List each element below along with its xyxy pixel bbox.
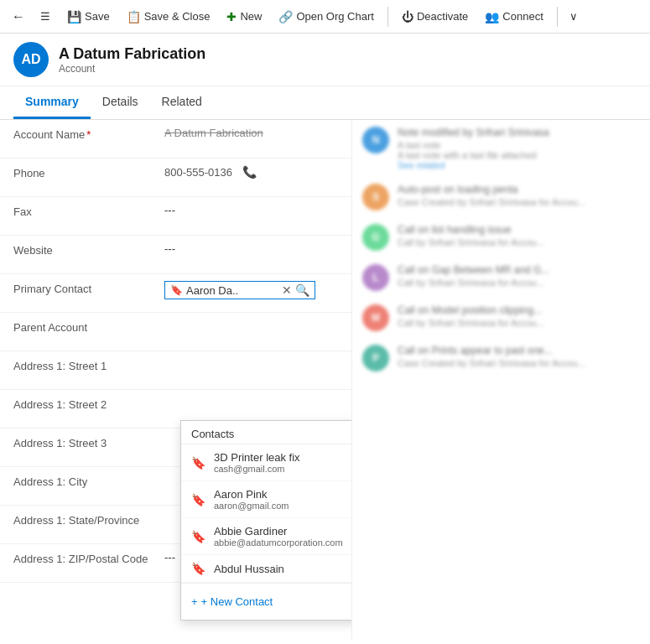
timeline-item-5: P Call on Prints appear to past one... C… [362, 345, 640, 371]
new-button[interactable]: ✚ New [220, 7, 268, 27]
tab-related[interactable]: Related [150, 86, 214, 119]
new-icon: ✚ [226, 10, 237, 23]
timeline-content-1: Auto-post on loading penta Case Created … [398, 184, 640, 210]
dropdown-list: 🔖 3D Printer leak fix cash@gmail.com ∨ 🔖… [181, 444, 352, 583]
contact-item-name-3: Abdul Hussain [214, 563, 352, 575]
tabs: Summary Details Related [0, 86, 650, 120]
timeline-avatar-1: S [362, 184, 389, 210]
back-button[interactable]: ← [7, 6, 30, 28]
timeline-title-5: Call on Prints appear to past one... [398, 345, 640, 356]
tab-summary[interactable]: Summary [13, 86, 91, 119]
timeline-content-0: Note modified by Srihari Srinivasa A las… [398, 127, 640, 170]
new-contact-button[interactable]: + + New Contact [191, 595, 273, 608]
field-primary-contact: Primary Contact 🔖 Aaron Da.. ✕ 🔍 [0, 274, 351, 313]
page-header: AD A Datum Fabrication Account [0, 34, 650, 86]
label-phone: Phone [13, 165, 164, 179]
field-account-name: Account Name* A Datum Fabrication [0, 120, 351, 158]
deactivate-button[interactable]: ⏻ Deactivate [395, 7, 475, 27]
timeline-item-1: S Auto-post on loading penta Case Create… [362, 184, 640, 210]
tab-details[interactable]: Details [91, 86, 150, 119]
menu-button[interactable]: ☰ [34, 7, 57, 26]
contact-item-icon-2: 🔖 [191, 530, 205, 543]
contact-item-name-1: Aaron Pink [214, 488, 352, 501]
timeline-avatar-3: L [362, 264, 389, 291]
field-parent-account: Parent Account [0, 313, 351, 351]
save-close-icon: 📋 [127, 10, 141, 23]
timeline-content-2: Call on list handling issue Call by Srih… [398, 224, 640, 251]
phone-icon: 📞 [242, 165, 257, 179]
value-website: --- [164, 242, 338, 255]
timeline-item-4: M Call on Model position clipping... Cal… [362, 304, 640, 331]
field-fax: Fax --- [0, 197, 351, 236]
dropdown-footer: + + New Contact Advanced lookup [181, 583, 352, 620]
contact-item-email-1: aaron@gmail.com [214, 501, 352, 511]
value-phone: 800-555-0136 📞 [164, 165, 338, 179]
contact-item-info-0: 3D Printer leak fix cash@gmail.com [214, 451, 352, 474]
label-address1-street3: Address 1: Street 3 [13, 435, 164, 449]
search-contact-button[interactable]: 🔍 [295, 283, 309, 297]
timeline-sub-4: Call by Srihari Srinivasa for Accou... [398, 318, 640, 328]
deactivate-icon: ⏻ [402, 10, 413, 23]
timeline-item-0: N Note modified by Srihari Srinivasa A l… [362, 127, 640, 170]
contact-item-3[interactable]: 🔖 Abdul Hussain ∨ [181, 555, 352, 583]
timeline-avatar-5: P [362, 345, 389, 371]
contact-item-name-0: 3D Printer leak fix [214, 451, 352, 464]
plus-icon: + [191, 595, 198, 608]
dropdown-contacts-label: Contacts [191, 428, 234, 440]
label-address1-street2: Address 1: Street 2 [13, 397, 164, 411]
save-close-button[interactable]: 📋 Save & Close [120, 7, 217, 27]
timeline-link-0[interactable]: See related [398, 160, 640, 170]
contact-name-text: Aaron Da.. [186, 284, 278, 297]
timeline-sub-5: Case Created by Srihari Srinivasa for Ac… [398, 358, 640, 368]
contact-item-email-0: cash@gmail.com [214, 464, 352, 474]
value-fax: --- [164, 204, 338, 216]
right-panel: N Note modified by Srihari Srinivasa A l… [352, 120, 650, 640]
label-address1-zip: Address 1: ZIP/Postal Code [13, 551, 164, 565]
toolbar: ← ☰ 💾 Save 📋 Save & Close ✚ New 🔗 Open O… [0, 0, 650, 34]
save-icon: 💾 [67, 10, 81, 23]
label-account-name: Account Name* [13, 127, 164, 141]
label-address1-state: Address 1: State/Province [13, 512, 164, 527]
field-address1-street1: Address 1: Street 1 [0, 351, 351, 390]
left-panel: Account Name* A Datum Fabrication Phone … [0, 120, 352, 640]
dropdown-header: Contacts Recent records [181, 421, 352, 444]
contact-item-2[interactable]: 🔖 Abbie Gardiner abbie@adatumcorporation… [181, 518, 352, 555]
label-website: Website [13, 242, 164, 257]
value-account-name: A Datum Fabrication [164, 127, 338, 139]
header-info: A Datum Fabrication Account [59, 45, 205, 75]
timeline-content-5: Call on Prints appear to past one... Cas… [398, 345, 640, 371]
connect-button[interactable]: 👥 Connect [478, 7, 549, 27]
contact-item-0[interactable]: 🔖 3D Printer leak fix cash@gmail.com ∨ [181, 444, 352, 481]
contact-item-name-2: Abbie Gardiner [214, 525, 352, 538]
save-button[interactable]: 💾 Save [60, 7, 117, 27]
timeline-item-3: L Call on Gap Between MR and G... Call b… [362, 264, 640, 291]
contact-lookup-icon: 🔖 [170, 284, 183, 296]
toolbar-divider-2 [557, 7, 558, 27]
more-options-button[interactable]: ∨ [564, 7, 583, 26]
main-content: Account Name* A Datum Fabrication Phone … [0, 120, 650, 640]
timeline-content-3: Call on Gap Between MR and G... Call by … [398, 264, 640, 291]
contact-item-info-1: Aaron Pink aaron@gmail.com [214, 488, 352, 511]
field-website: Website --- [0, 236, 351, 274]
contact-item-1[interactable]: 🔖 Aaron Pink aaron@gmail.com ∨ [181, 481, 352, 518]
label-primary-contact: Primary Contact [13, 281, 164, 295]
timeline-title-2: Call on list handling issue [398, 224, 640, 236]
field-phone: Phone 800-555-0136 📞 [0, 158, 351, 197]
timeline-title-4: Call on Model position clipping... [398, 304, 640, 316]
timeline-sub-1: Case Created by Srihari Srinivasa for Ac… [398, 197, 640, 207]
label-address1-city: Address 1: City [13, 474, 164, 488]
open-org-chart-button[interactable]: 🔗 Open Org Chart [272, 7, 381, 27]
avatar: AD [13, 42, 49, 77]
contact-item-icon-0: 🔖 [191, 456, 205, 470]
primary-contact-input[interactable]: 🔖 Aaron Da.. ✕ 🔍 [164, 281, 315, 299]
label-address1-street1: Address 1: Street 1 [13, 358, 164, 372]
connect-icon: 👥 [485, 10, 499, 23]
label-parent-account: Parent Account [13, 319, 164, 334]
account-type-label: Account [59, 63, 205, 75]
contact-item-info-2: Abbie Gardiner abbie@adatumcorporation.c… [214, 525, 352, 548]
contact-item-icon-1: 🔖 [191, 493, 205, 506]
contact-item-info-3: Abdul Hussain [214, 563, 352, 575]
timeline-avatar-0: N [362, 127, 389, 153]
clear-contact-button[interactable]: ✕ [282, 283, 292, 297]
toolbar-divider-1 [387, 7, 388, 27]
